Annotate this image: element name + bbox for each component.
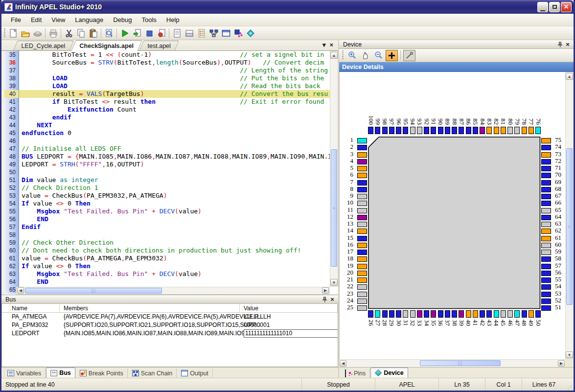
line-number[interactable]: 48 <box>4 153 19 161</box>
code-line-38[interactable]: 38 LOAD // Put the bits on the <box>4 74 338 82</box>
code-area[interactable]: 35 BitToTest = 1 << (count-1) // set a s… <box>4 51 338 294</box>
paste-button[interactable] <box>87 27 99 39</box>
chip-pin-70[interactable] <box>541 173 551 178</box>
chip-pin-69[interactable] <box>541 180 551 185</box>
chip-pin-48[interactable] <box>522 310 527 318</box>
code-line-44[interactable]: 44 NEXT <box>4 121 338 129</box>
chip-pin-4[interactable] <box>357 159 367 164</box>
scroll-right-icon[interactable]: ▶ <box>322 287 329 294</box>
editor-hscrollbar[interactable]: ◀ ||| ▶ <box>16 287 330 295</box>
step-button[interactable] <box>131 27 143 39</box>
chip-pin-95[interactable] <box>403 127 408 134</box>
tab-variables[interactable]: Variables <box>3 369 46 378</box>
chip-pin-32[interactable] <box>410 310 415 318</box>
menu-language[interactable]: Language <box>70 14 108 25</box>
chip-pin-90[interactable] <box>438 127 443 134</box>
code-editor[interactable]: 35 BitToTest = 1 << (count-1) // set a s… <box>1 51 338 295</box>
chip-pin-75[interactable] <box>541 138 551 143</box>
tab-checksignals[interactable]: CheckSignals.apel <box>71 40 142 51</box>
print-button[interactable] <box>47 27 59 39</box>
chip-pin-88[interactable] <box>452 127 457 134</box>
line-number[interactable]: 49 <box>4 161 19 168</box>
chip-pin-21[interactable] <box>357 277 367 283</box>
chip-pin-10[interactable] <box>357 201 367 206</box>
chip-pin-52[interactable] <box>541 299 551 304</box>
code-line-54[interactable]: 54If value <> 0 Then <box>4 200 338 208</box>
chip-pin-56[interactable] <box>541 271 551 276</box>
chip-pin-39[interactable] <box>459 310 464 318</box>
chip-pin-67[interactable] <box>541 194 551 199</box>
chip-pin-17[interactable] <box>357 250 367 255</box>
chip-pin-29[interactable] <box>389 310 394 318</box>
chip-pin-24[interactable] <box>357 299 367 304</box>
line-number[interactable]: 56 <box>4 215 19 223</box>
add-pin-button[interactable] <box>386 50 398 61</box>
tab-close-icon[interactable]: × <box>329 41 333 48</box>
chip-pin-85[interactable] <box>473 127 478 134</box>
code-line-37[interactable]: 37 // Length of the string <box>4 67 338 74</box>
code-line-51[interactable]: 51Dim value as integer <box>4 176 338 184</box>
editor-vscrollbar[interactable]: ▲ ≡ ▼ <box>330 51 338 287</box>
pin-icon[interactable] <box>556 41 564 48</box>
chip-pin-60[interactable] <box>541 243 551 248</box>
chip-pin-20[interactable] <box>357 271 367 276</box>
menu-edit[interactable]: Edit <box>26 14 46 25</box>
menu-tools[interactable]: Tools <box>137 14 161 25</box>
tab-scan-chain[interactable]: Scan Chain <box>128 369 177 378</box>
code-line-35[interactable]: 35 BitToTest = 1 << (count-1) // set a s… <box>4 51 338 59</box>
chip-pin-22[interactable] <box>357 284 367 290</box>
chip-pin-84[interactable] <box>480 127 485 134</box>
editor-vscroll-thumb[interactable]: ≡ <box>331 149 337 267</box>
chip-pin-65[interactable] <box>541 208 551 213</box>
chip-pin-27[interactable] <box>375 310 380 318</box>
chip-pin-80[interactable] <box>507 127 513 134</box>
chip-pin-83[interactable] <box>486 127 492 134</box>
device-vscrollbar[interactable]: ▲ ≡ ▼ <box>565 72 574 359</box>
device-panel-close-icon[interactable]: × <box>564 41 572 48</box>
scroll-down-icon[interactable]: ▼ <box>330 279 338 286</box>
code-line-58[interactable]: 58 <box>4 231 338 239</box>
chip-pin-13[interactable] <box>357 222 367 227</box>
code-line-56[interactable]: 56 END <box>4 215 338 223</box>
doc-button[interactable] <box>171 27 183 39</box>
bus-col-name[interactable]: Name <box>2 304 60 312</box>
chip-pin-62[interactable] <box>541 229 551 234</box>
chip-pin-30[interactable] <box>396 310 401 318</box>
code-line-60[interactable]: 60// Dont need to check both directions … <box>4 247 338 254</box>
line-number[interactable]: 55 <box>4 208 19 215</box>
chip-pin-99[interactable] <box>375 127 380 134</box>
bus-col-value[interactable]: Value <box>240 304 338 312</box>
editor-hscroll-thumb[interactable]: ||| <box>25 288 162 294</box>
chip-pin-6[interactable] <box>357 173 367 178</box>
line-number[interactable]: 38 <box>4 74 19 82</box>
chip-pin-26[interactable] <box>368 310 373 318</box>
tab-bus[interactable]: Bus <box>46 368 75 378</box>
line-number[interactable]: 54 <box>4 200 19 208</box>
chip-pin-97[interactable] <box>389 127 394 134</box>
line-number[interactable]: 59 <box>4 239 19 247</box>
network-button[interactable] <box>207 27 220 39</box>
chip-pin-19[interactable] <box>357 264 367 269</box>
line-number[interactable]: 41 <box>4 98 19 106</box>
code-line-52[interactable]: 52// Check Direction 1 <box>4 184 338 192</box>
chip-pin-18[interactable] <box>357 256 367 262</box>
line-number[interactable]: 50 <box>4 168 19 176</box>
chip-pin-61[interactable] <box>541 236 551 241</box>
chip-pin-34[interactable] <box>424 310 429 318</box>
chip-pin-93[interactable] <box>417 127 422 134</box>
chip-pin-86[interactable] <box>466 127 471 134</box>
code-line-39[interactable]: 39 LOAD // Read the bits back <box>4 82 338 90</box>
code-line-59[interactable]: 59// Check Other Direction <box>4 239 338 247</box>
chip-pin-43[interactable] <box>486 310 492 318</box>
chip-pin-15[interactable] <box>357 236 367 241</box>
line-number[interactable]: 64 <box>4 278 19 286</box>
menu-view[interactable]: View <box>47 14 69 25</box>
menu-help[interactable]: Help <box>162 14 184 25</box>
chip-pin-73[interactable] <box>541 152 551 158</box>
chip-pin-89[interactable] <box>445 127 450 134</box>
chip-pin-46[interactable] <box>507 310 513 318</box>
code-line-62[interactable]: 62If value <> 0 Then <box>4 262 338 270</box>
chip-pin-68[interactable] <box>541 187 551 192</box>
code-line-53[interactable]: 53value = CheckBus(PA_EPM3032,PA_ATMEGA) <box>4 192 338 200</box>
save-button[interactable] <box>31 27 44 39</box>
